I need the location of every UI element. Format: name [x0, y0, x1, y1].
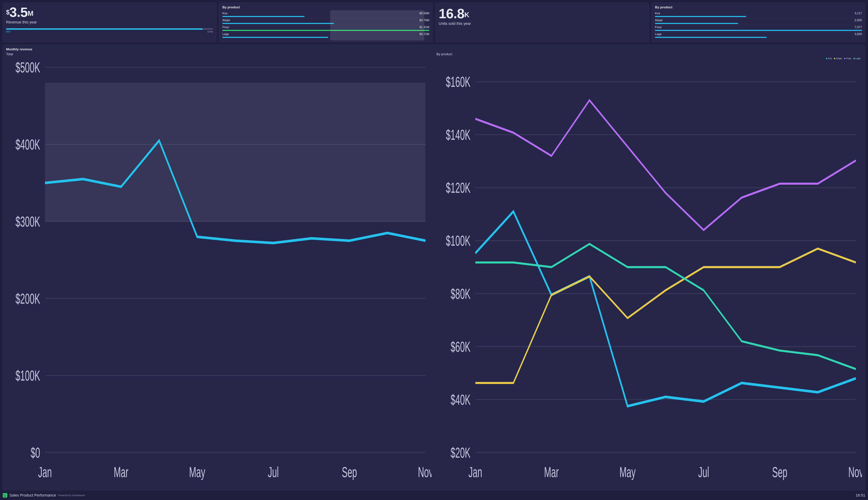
product-name: Kos [655, 12, 660, 15]
svg-text:$500K: $500K [15, 59, 40, 75]
footer-bar: Sales Product Performance Powered by Gec… [2, 492, 866, 498]
svg-text:Nov: Nov [418, 464, 432, 480]
series-lege [475, 244, 856, 369]
units-kpi-value: 16.8K [439, 7, 646, 20]
revenue-progress-meta: 95% $3.6M [6, 30, 213, 33]
product-row: Ildsjel$0.76M [222, 18, 429, 24]
product-name: Kos [222, 12, 227, 15]
series-freyr [475, 100, 856, 230]
revenue-progress-track [6, 28, 213, 30]
units-amount: 16.8 [439, 6, 464, 21]
svg-text:$20K: $20K [451, 445, 470, 461]
geckoboard-logo-icon [3, 493, 7, 498]
legend-label: Kos [828, 57, 832, 60]
svg-point-41 [6, 494, 6, 495]
total-chart-area: $0$100K$200K$300K$400K$500KJanMarMayJulS… [6, 57, 432, 487]
svg-text:$160K: $160K [446, 74, 470, 90]
product-name: Freyr [222, 25, 229, 29]
series-ildsjel [475, 249, 856, 383]
product-value: 2,835 [855, 19, 862, 22]
product-row: Freyr7,077 [655, 25, 862, 31]
legend-item: Freyr [844, 57, 851, 60]
revenue-progress-pct: 95% [6, 30, 11, 33]
product-value: $0.76M [420, 19, 429, 22]
product-row: Lege3,820 [655, 32, 862, 38]
product-row: Kos$0.56M [222, 11, 429, 17]
product-bar [222, 16, 305, 17]
svg-text:$140K: $140K [446, 127, 470, 143]
revenue-amount: 3.5 [9, 4, 27, 20]
product-name: Lege [222, 33, 229, 36]
product-bar [655, 23, 738, 24]
chart-subtitle: Total [6, 52, 432, 56]
legend-item: Ildsjel [834, 57, 842, 60]
legend-dot-icon [854, 58, 855, 59]
svg-text:Mar: Mar [114, 464, 128, 480]
svg-text:Sep: Sep [772, 464, 787, 480]
revenue-progress-goal: $3.6M [207, 30, 213, 33]
charts-row: Monthly revenue Total $0$100K$200K$300K$… [2, 44, 866, 490]
svg-text:$100K: $100K [15, 368, 40, 384]
chart-subtitle: By product [436, 52, 862, 56]
by-product-chart-column: By product KosIldsjelFreyrLege $20K$40K$… [436, 52, 862, 487]
dashboard-title: Sales Product Performance [9, 493, 56, 498]
units-kpi-card: 16.8K Units sold this year [435, 2, 649, 42]
card-title: By product [222, 5, 429, 9]
svg-text:May: May [189, 464, 205, 480]
units-product-list: Kos3,117Ildsjel2,835Freyr7,077Lege3,820 [655, 11, 862, 38]
product-bar [222, 30, 429, 31]
svg-text:$60K: $60K [451, 339, 470, 354]
revenue-progress-fill [6, 28, 203, 30]
by-product-chart-area: KosIldsjelFreyrLege $20K$40K$60K$80K$100… [436, 57, 862, 487]
product-value: 3,820 [855, 33, 862, 36]
legend-label: Lege [856, 57, 860, 60]
legend-dot-icon [826, 58, 827, 59]
product-value: $1.41M [420, 25, 429, 29]
card-title: By product [655, 5, 862, 9]
svg-text:Mar: Mar [544, 464, 559, 480]
revenue-kpi-card: $3.5M Revenue this year 95% $3.6M [2, 2, 217, 42]
svg-text:$300K: $300K [15, 214, 40, 229]
svg-text:Jan: Jan [469, 464, 482, 480]
units-by-product-card: By product Kos3,117Ildsjel2,835Freyr7,07… [651, 2, 866, 42]
revenue-product-list: Kos$0.56MIldsjel$0.76MFreyr$1.41MLege$0.… [222, 11, 429, 38]
product-row: Kos3,117 [655, 11, 862, 17]
revenue-prefix: $ [6, 9, 9, 16]
revenue-kpi-value: $3.5M [6, 5, 213, 19]
revenue-kpi-label: Revenue this year [6, 20, 213, 24]
product-value: $0.72M [420, 33, 429, 36]
product-value: 7,077 [855, 25, 862, 29]
clock: 16:51 [856, 493, 865, 498]
legend-label: Freyr [846, 57, 851, 60]
chart-legend: KosIldsjelFreyrLege [826, 57, 860, 60]
monthly-revenue-card: Monthly revenue Total $0$100K$200K$300K$… [2, 44, 866, 490]
svg-text:$40K: $40K [451, 392, 470, 408]
total-chart-column: Total $0$100K$200K$300K$400K$500KJanMarM… [6, 52, 432, 487]
units-suffix: K [464, 11, 469, 19]
svg-text:$200K: $200K [15, 291, 40, 306]
svg-text:$0: $0 [31, 445, 40, 461]
product-row: Lege$0.72M [222, 32, 429, 38]
units-kpi-label: Units sold this year [439, 21, 646, 26]
product-bar [655, 37, 767, 38]
svg-text:Sep: Sep [342, 464, 357, 480]
product-row: Freyr$1.41M [222, 25, 429, 31]
product-bar [222, 23, 334, 24]
svg-text:Jul: Jul [268, 464, 279, 480]
legend-item: Kos [826, 57, 832, 60]
revenue-suffix: M [27, 10, 33, 17]
product-bar [222, 37, 328, 38]
powered-by-label: Powered by Geckoboard [58, 494, 85, 497]
svg-text:Jul: Jul [698, 464, 709, 480]
legend-dot-icon [834, 58, 835, 59]
svg-text:Nov: Nov [848, 464, 862, 480]
product-name: Ildsjel [655, 19, 662, 22]
revenue-by-product-card: By product Kos$0.56MIldsjel$0.76MFreyr$1… [219, 2, 433, 42]
svg-text:$100K: $100K [446, 233, 470, 249]
svg-text:May: May [619, 464, 636, 480]
product-bar [655, 16, 746, 17]
svg-text:$400K: $400K [15, 137, 40, 152]
product-value: 3,117 [855, 12, 862, 15]
card-title: Monthly revenue [6, 47, 862, 51]
product-name: Freyr [655, 25, 662, 29]
